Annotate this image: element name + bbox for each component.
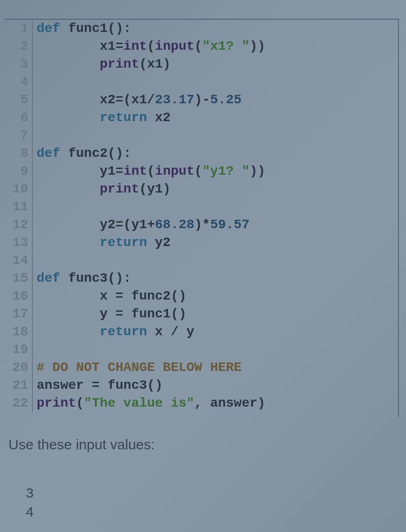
token-default: )-	[194, 93, 210, 107]
token-string: "The value is"	[84, 396, 194, 410]
code-editor-panel: 1def func1():2 x1=int(input("x1? "))3 pr…	[5, 19, 399, 417]
token-default	[37, 110, 100, 125]
code-line[interactable]: 9 y1=int(input("y1? "))	[5, 162, 398, 180]
token-default: x1=	[37, 39, 123, 54]
token-default: , answer)	[194, 396, 265, 410]
code-line[interactable]: 14	[5, 252, 398, 270]
token-keyword: def	[37, 146, 68, 161]
line-number: 20	[5, 359, 33, 377]
code-line[interactable]: 7	[5, 127, 398, 145]
token-builtin: input	[155, 39, 194, 54]
line-number: 17	[5, 305, 33, 323]
token-keyword: return	[100, 110, 155, 125]
code-line[interactable]: 13 return y2	[5, 234, 398, 252]
token-default: (	[147, 164, 155, 178]
token-number: 68.28	[155, 217, 194, 232]
token-comment: # DO NOT CHANGE BELOW HERE	[37, 360, 242, 375]
code-line[interactable]: 5 x2=(x1/23.17)-5.25	[5, 91, 398, 109]
code-line[interactable]: 19	[5, 341, 398, 359]
code-line[interactable]: 20# DO NOT CHANGE BELOW HERE	[5, 359, 398, 377]
token-default: x2	[155, 110, 171, 125]
token-default: x / y	[155, 324, 194, 339]
code-line[interactable]: 1def func1():	[5, 20, 398, 38]
token-keyword: def	[37, 271, 68, 285]
code-line[interactable]: 6 return x2	[5, 109, 398, 127]
token-default: y2	[155, 235, 171, 250]
token-default: (	[194, 39, 202, 54]
line-number: 12	[5, 216, 33, 234]
line-number: 5	[5, 91, 33, 109]
line-source[interactable]: def func2():	[33, 145, 131, 162]
code-listing[interactable]: 1def func1():2 x1=int(input("x1? "))3 pr…	[5, 20, 398, 412]
code-line[interactable]: 15def func3():	[5, 270, 398, 287]
token-keyword: return	[100, 235, 155, 250]
line-source[interactable]: x2=(x1/23.17)-5.25	[33, 91, 242, 109]
line-source[interactable]: def func3():	[33, 270, 131, 287]
token-default: (	[194, 164, 202, 178]
token-number: 5.25	[210, 93, 242, 107]
code-line[interactable]: 18 return x / y	[5, 323, 398, 341]
code-line[interactable]: 2 x1=int(input("x1? "))	[5, 38, 398, 55]
line-source[interactable]: x1=int(input("x1? "))	[33, 38, 265, 55]
line-source[interactable]: print("The value is", answer)	[33, 394, 265, 412]
token-default: (y1)	[139, 182, 170, 196]
line-source[interactable]: return y2	[33, 234, 171, 252]
line-number: 10	[5, 180, 33, 198]
code-line[interactable]: 22print("The value is", answer)	[5, 394, 398, 412]
token-keyword: def	[37, 21, 68, 36]
token-default: y2=(y1+	[37, 217, 155, 232]
line-source[interactable]: print(x1)	[33, 55, 171, 73]
line-number: 18	[5, 323, 33, 341]
line-number: 15	[5, 270, 33, 287]
line-number: 14	[5, 252, 33, 270]
line-source[interactable]: print(y1)	[33, 180, 171, 198]
token-keyword: return	[100, 324, 155, 339]
line-number: 8	[5, 145, 33, 162]
token-number: 23.17	[155, 93, 194, 107]
code-line[interactable]: 16 x = func2()	[5, 287, 398, 305]
line-number: 3	[5, 55, 33, 73]
code-line[interactable]: 17 y = func1()	[5, 305, 398, 323]
token-builtin: print	[37, 396, 76, 410]
line-number: 1	[5, 20, 33, 38]
line-number: 16	[5, 287, 33, 305]
line-source[interactable]: return x / y	[33, 323, 194, 341]
line-number: 4	[5, 73, 33, 91]
line-number: 2	[5, 38, 33, 55]
code-line[interactable]: 12 y2=(y1+68.28)*59.57	[5, 216, 398, 234]
token-default: x2=(x1/	[37, 93, 155, 107]
input-values-block: 3 4	[26, 484, 34, 521]
token-default: (	[147, 39, 155, 54]
line-source[interactable]: def func1():	[33, 20, 131, 38]
token-default: func2	[68, 146, 107, 161]
code-line[interactable]: 4	[5, 73, 398, 91]
token-default: ))	[250, 39, 266, 54]
code-line[interactable]: 8def func2():	[5, 145, 398, 162]
line-source[interactable]: y2=(y1+68.28)*59.57	[33, 216, 250, 234]
line-source[interactable]: y = func1()	[33, 305, 186, 323]
token-default: func1	[68, 21, 107, 36]
code-line[interactable]: 21answer = func3()	[5, 377, 398, 394]
line-number: 22	[5, 394, 33, 412]
token-default: ():	[107, 146, 131, 161]
code-line[interactable]: 11	[5, 198, 398, 216]
token-default: )*	[194, 217, 210, 232]
line-number: 6	[5, 109, 33, 127]
line-source[interactable]: x = func2()	[33, 287, 186, 305]
prompt-text: Use these input values:	[8, 437, 155, 453]
line-source[interactable]: answer = func3()	[33, 377, 163, 394]
code-line[interactable]: 3 print(x1)	[5, 55, 398, 73]
token-default: y1=	[37, 164, 123, 178]
line-source[interactable]: return x2	[33, 109, 171, 127]
token-default: ():	[107, 21, 131, 36]
token-default: (x1)	[139, 57, 170, 71]
token-string: "y1? "	[202, 164, 250, 178]
code-line[interactable]: 10 print(y1)	[5, 180, 398, 198]
line-number: 13	[5, 234, 33, 252]
line-source[interactable]: y1=int(input("y1? "))	[33, 162, 265, 180]
input-value-2: 4	[26, 502, 34, 521]
line-number: 11	[5, 198, 33, 216]
token-builtin: print	[100, 57, 139, 71]
token-builtin: print	[100, 182, 139, 196]
line-source[interactable]: # DO NOT CHANGE BELOW HERE	[33, 359, 242, 377]
